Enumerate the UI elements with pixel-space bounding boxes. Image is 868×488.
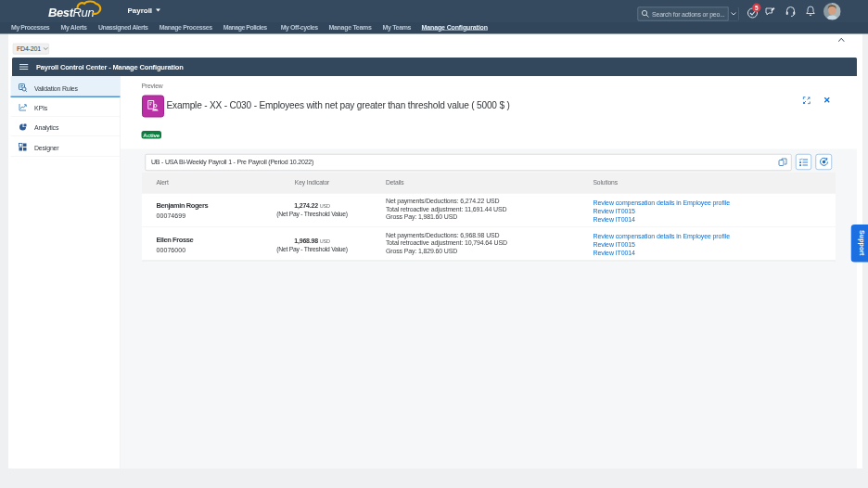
- svg-text:5: 5: [755, 5, 759, 11]
